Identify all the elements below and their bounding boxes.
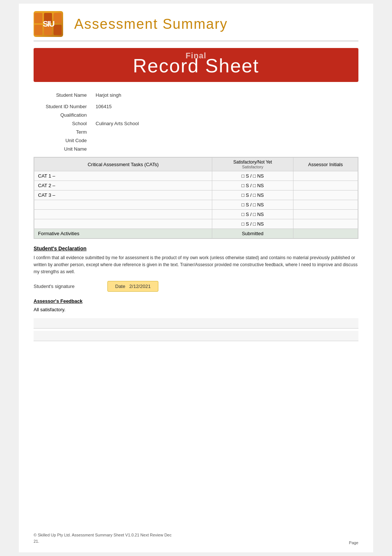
formative-label: Formative Activities [34, 229, 212, 238]
student-id-row: Student ID Number 106415 [34, 102, 358, 111]
cat-row: □ S / □ NS [34, 210, 358, 219]
date-box: Date 2/12/2021 [107, 281, 158, 292]
spacer-row [34, 99, 358, 102]
col-cats-header: Critical Assessment Tasks (CATs) [34, 158, 212, 171]
declaration-text: I confirm that all evidence submitted by… [34, 254, 358, 276]
cat-label [34, 210, 212, 219]
declaration-section: Student's Declaration I confirm that all… [34, 246, 358, 292]
cat-label: CAT 2 – [34, 181, 212, 191]
student-info-table: Student Name Harjot singh Student ID Num… [34, 91, 358, 153]
svg-text:SIU: SIU [43, 19, 55, 28]
feedback-lines [34, 318, 358, 341]
formative-assessor [293, 229, 358, 238]
cats-table-header: Critical Assessment Tasks (CATs) Satisfa… [34, 158, 358, 171]
student-name-row: Student Name Harjot singh [34, 91, 358, 99]
student-name-value: Harjot singh [93, 91, 358, 99]
cat-assessor [293, 191, 358, 200]
feedback-line-1 [34, 318, 358, 329]
declaration-title: Student's Declaration [34, 246, 358, 251]
school-value: Culinary Arts School [93, 119, 358, 128]
footer-page: Page [349, 540, 358, 545]
cats-section: Critical Assessment Tasks (CATs) Satisfa… [34, 157, 358, 239]
signature-date-row: Student's signature Date 2/12/2021 [34, 281, 358, 292]
date-label: Date [115, 284, 125, 289]
cat-row: CAT 3 –□ S / □ NS [34, 191, 358, 200]
cat-assessor [293, 210, 358, 219]
banner-overlay-text: Final [186, 51, 206, 61]
formative-row: Formative Activities Submitted [34, 229, 358, 238]
header: SIU Assessment Summary [34, 11, 358, 41]
col-assessor-header: Assessor Initials [293, 158, 358, 171]
page: SIU Assessment Summary Final Record Shee… [19, 4, 373, 552]
logo-icon: SIU [34, 11, 63, 37]
unit-code-row: Unit Code [34, 136, 358, 145]
formative-sat: Submitted [212, 229, 293, 238]
cat-row: CAT 2 –□ S / □ NS [34, 181, 358, 191]
cat-sat: □ S / □ NS [212, 191, 293, 200]
footer-line1: © Skilled Up Pty Ltd. Assessment Summary… [34, 532, 172, 539]
cat-row: □ S / □ NS [34, 200, 358, 210]
cat-assessor [293, 181, 358, 191]
student-id-label: Student ID Number [34, 102, 93, 111]
unit-name-label: Unit Name [34, 145, 93, 153]
cat-label: CAT 1 – [34, 171, 212, 181]
footer-left: © Skilled Up Pty Ltd. Assessment Summary… [34, 532, 172, 545]
unit-code-label: Unit Code [34, 136, 93, 145]
cat-label: CAT 3 – [34, 191, 212, 200]
student-name-label: Student Name [34, 91, 93, 99]
qualification-row: Qualification [34, 111, 358, 119]
cat-assessor [293, 171, 358, 181]
school-label: School [34, 119, 93, 128]
cat-sat: □ S / □ NS [212, 171, 293, 181]
cat-sat: □ S / □ NS [212, 219, 293, 229]
sat-label-top: Satisfactory/Not Yet [216, 159, 289, 165]
cat-assessor [293, 200, 358, 210]
term-row: Term [34, 128, 358, 136]
sat-label-bottom: Satisfactory [216, 165, 289, 169]
cat-sat: □ S / □ NS [212, 181, 293, 191]
sig-label: Student's signature [34, 284, 93, 289]
cat-label [34, 200, 212, 210]
col-sat-header: Satisfactory/Not Yet Satisfactory [212, 158, 293, 171]
term-label: Term [34, 128, 93, 136]
cat-assessor [293, 219, 358, 229]
cat-row: □ S / □ NS [34, 219, 358, 229]
unit-code-value [93, 136, 358, 145]
page-title: Assessment Summary [74, 16, 228, 32]
footer: © Skilled Up Pty Ltd. Assessment Summary… [34, 532, 358, 545]
svg-rect-5 [54, 25, 62, 35]
cat-sat: □ S / □ NS [212, 210, 293, 219]
date-value: 2/12/2021 [129, 284, 151, 289]
footer-line2: 21. [34, 538, 172, 545]
red-banner: Final Record Sheet [34, 48, 358, 82]
cat-row: CAT 1 –□ S / □ NS [34, 171, 358, 181]
feedback-text: All satisfactory. [34, 307, 358, 312]
cat-sat: □ S / □ NS [212, 200, 293, 210]
school-row: School Culinary Arts School [34, 119, 358, 128]
cats-table-body: CAT 1 –□ S / □ NSCAT 2 –□ S / □ NSCAT 3 … [34, 171, 358, 229]
unit-name-row: Unit Name [34, 145, 358, 153]
svg-rect-0 [34, 13, 42, 23]
feedback-line-2 [34, 331, 358, 341]
cat-label [34, 219, 212, 229]
svg-rect-4 [54, 13, 62, 23]
term-value [93, 128, 358, 136]
cats-table: Critical Assessment Tasks (CATs) Satisfa… [34, 157, 358, 238]
qualification-value [93, 111, 358, 119]
qualification-label: Qualification [34, 111, 93, 119]
svg-rect-1 [34, 25, 42, 35]
logo: SIU [34, 11, 63, 37]
student-id-value: 106415 [93, 102, 358, 111]
unit-name-value [93, 145, 358, 153]
assessor-feedback-title: Assessor's Feedback [34, 298, 358, 304]
